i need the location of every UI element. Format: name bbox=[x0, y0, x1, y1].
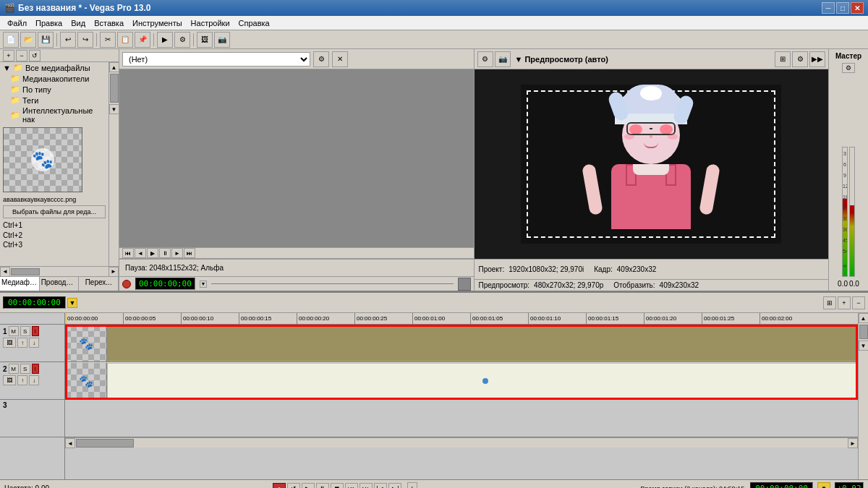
menu-help[interactable]: Справка bbox=[234, 17, 274, 29]
master-settings[interactable]: ⚙ bbox=[842, 63, 855, 73]
toolbar-cut[interactable]: ✂ bbox=[100, 32, 116, 48]
menu-settings[interactable]: Настройки bbox=[187, 17, 234, 29]
tl-zoom-in[interactable]: + bbox=[838, 296, 851, 309]
toolbar-capture[interactable]: 📷 bbox=[214, 32, 230, 48]
ctrl-pause[interactable]: ⏸ bbox=[159, 248, 171, 258]
minimize-button[interactable]: ─ bbox=[822, 2, 835, 14]
hscroll-thumb[interactable] bbox=[11, 268, 40, 275]
sb-pause[interactable]: ⏸ bbox=[316, 483, 329, 489]
tab-explorer[interactable]: Проводник bbox=[40, 277, 80, 291]
scroll-thumb[interactable] bbox=[110, 74, 119, 103]
sb-stop[interactable]: ⏹ bbox=[331, 483, 344, 489]
toolbar-copy[interactable]: 📋 bbox=[117, 32, 133, 48]
track2-down[interactable]: ↓ bbox=[29, 375, 39, 385]
track2-marker bbox=[482, 378, 488, 384]
tl-zoom-out[interactable]: − bbox=[852, 296, 865, 309]
rt-btn1[interactable]: ⚙ bbox=[477, 51, 493, 67]
preview-settings[interactable]: ⚙ bbox=[313, 51, 329, 67]
toolbar-new[interactable]: 📄 bbox=[3, 32, 19, 48]
scroll-up-btn[interactable]: ▲ bbox=[109, 62, 119, 72]
toolbar-undo[interactable]: ↩ bbox=[60, 32, 76, 48]
tl-scroll-thumb[interactable] bbox=[76, 439, 134, 448]
toolbar-paste[interactable]: 📌 bbox=[135, 32, 150, 48]
project-val: 1920x1080x32; 29,970i bbox=[509, 265, 584, 273]
left-panel-hscroll[interactable]: ◄ ► bbox=[0, 266, 119, 276]
menu-tools[interactable]: Инструменты bbox=[128, 17, 187, 29]
media-add-btn[interactable]: + bbox=[3, 50, 14, 61]
track2-solo[interactable]: S bbox=[20, 364, 30, 374]
tree-bytype[interactable]: 📁 По типу bbox=[0, 84, 109, 95]
menu-file[interactable]: Файл bbox=[3, 17, 31, 29]
ctrl-play[interactable]: ▶ bbox=[147, 248, 158, 258]
tl-vscroll-down[interactable]: ▼ bbox=[859, 341, 869, 351]
scroll-left-btn[interactable]: ◄ bbox=[0, 267, 10, 277]
menu-view[interactable]: Вид bbox=[67, 17, 90, 29]
track2-mute[interactable]: M bbox=[9, 364, 19, 374]
tl-vscroll-up[interactable]: ▲ bbox=[859, 313, 869, 323]
track1-solo[interactable]: S bbox=[20, 326, 30, 336]
tree-smart[interactable]: 📁 Интеллектуальные нак bbox=[0, 106, 109, 124]
timeline-vscroll[interactable]: ▲ ▼ bbox=[858, 313, 868, 479]
rt-btn2[interactable]: 📷 bbox=[495, 51, 511, 67]
menu-insert[interactable]: Вставка bbox=[90, 17, 128, 29]
media-refresh-btn[interactable]: ↺ bbox=[29, 50, 41, 61]
toolbar-media[interactable]: 🖼 bbox=[197, 32, 213, 48]
tab-transitions[interactable]: Перех... bbox=[79, 277, 119, 291]
tree-drives[interactable]: 📁 Медианакопители bbox=[0, 73, 109, 84]
preview-close[interactable]: ✕ bbox=[332, 51, 348, 67]
left-panel-scrollbar[interactable]: ▲ ▼ bbox=[109, 62, 119, 266]
media-remove-btn[interactable]: − bbox=[16, 50, 27, 61]
track1-thumb[interactable]: 🖼 bbox=[3, 338, 16, 348]
master-label: Мастер bbox=[835, 52, 861, 60]
tl-snap[interactable]: ⊞ bbox=[823, 296, 836, 309]
track1-row[interactable]: 🐾 bbox=[65, 325, 858, 362]
sb-record[interactable]: ● bbox=[273, 483, 286, 489]
timecode-separator bbox=[211, 283, 454, 284]
sb-prev[interactable]: ⏮ bbox=[345, 483, 358, 489]
ctrl-go-start[interactable]: ⏮ bbox=[122, 248, 134, 258]
tl-vscroll-thumb[interactable] bbox=[859, 325, 868, 339]
track1-mute[interactable]: M bbox=[9, 326, 19, 336]
track2-up[interactable]: ↑ bbox=[17, 375, 27, 385]
tl-scroll-right[interactable]: ► bbox=[848, 438, 858, 448]
tree-tags[interactable]: 📁 Теги bbox=[0, 95, 109, 106]
sb-play[interactable]: ▶ bbox=[302, 483, 315, 489]
tree-root[interactable]: ▼ 📁 Все медиафайлы bbox=[0, 62, 109, 73]
toolbar-redo[interactable]: ↪ bbox=[77, 32, 93, 48]
track1-up[interactable]: ↑ bbox=[17, 338, 27, 348]
toolbar-render[interactable]: ▶ bbox=[157, 32, 173, 48]
track1-clip-main[interactable] bbox=[107, 325, 857, 361]
ctrl-go-end[interactable]: ⏭ bbox=[184, 248, 195, 258]
track3-row[interactable] bbox=[65, 400, 858, 437]
edit-btn[interactable]: Выбрать файлы для реда... bbox=[3, 205, 106, 218]
timeline-hscroll[interactable]: ◄ ► bbox=[65, 437, 858, 448]
toolbar-save[interactable]: 💾 bbox=[38, 32, 54, 48]
toolbar-open[interactable]: 📂 bbox=[20, 32, 36, 48]
maximize-button[interactable]: □ bbox=[836, 2, 849, 14]
sb-next[interactable]: ⏭ bbox=[359, 483, 373, 489]
track2-row[interactable]: 🐾 bbox=[65, 362, 858, 400]
track2-thumb[interactable]: 🖼 bbox=[3, 375, 16, 385]
rt-grid[interactable]: ⊞ bbox=[775, 51, 791, 67]
close-button[interactable]: ✕ bbox=[851, 2, 864, 14]
sb-play-loop[interactable]: ↺ bbox=[287, 483, 300, 489]
toolbar-render2[interactable]: ⚙ bbox=[174, 32, 190, 48]
track1-down[interactable]: ↓ bbox=[29, 338, 39, 348]
rt-more[interactable]: ▶▶ bbox=[809, 51, 825, 67]
ctrl-prev-frame[interactable]: ◄ bbox=[135, 248, 146, 258]
scroll-right-btn[interactable]: ► bbox=[109, 267, 119, 277]
tab-media[interactable]: Медиафайлы проекта bbox=[0, 277, 40, 291]
sb-cursor[interactable]: I bbox=[407, 482, 417, 489]
media-thumbnail[interactable]: 🐾 bbox=[3, 127, 82, 192]
ctrl-next-frame[interactable]: ► bbox=[171, 248, 183, 258]
sb-loop-start[interactable]: |◄ bbox=[374, 483, 387, 489]
scroll-down-btn[interactable]: ▼ bbox=[109, 104, 119, 114]
sb-marker-btn[interactable]: ▼ bbox=[817, 482, 830, 489]
preview-select[interactable]: (Нет) bbox=[122, 52, 310, 67]
menu-edit[interactable]: Правка bbox=[31, 17, 67, 29]
track2-num: 2 bbox=[3, 365, 7, 373]
sb-loop-end[interactable]: ►| bbox=[388, 483, 401, 489]
track2-clip-main[interactable] bbox=[107, 363, 857, 398]
rt-settings2[interactable]: ⚙ bbox=[792, 51, 808, 67]
tl-scroll-left[interactable]: ◄ bbox=[65, 438, 75, 448]
